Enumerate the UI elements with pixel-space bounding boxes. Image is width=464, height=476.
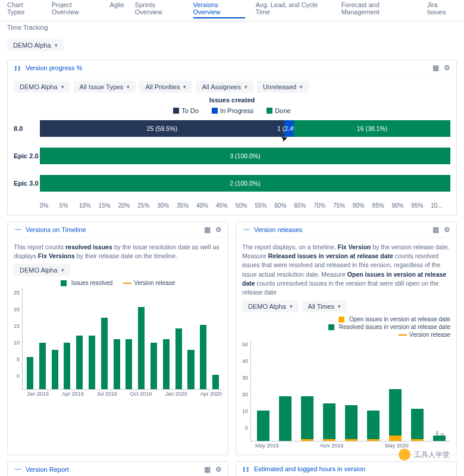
column [74, 336, 84, 389]
column [136, 307, 146, 389]
column [161, 339, 171, 389]
column: 7.0 [385, 389, 405, 441]
breadcrumb: Time Tracking [7, 24, 48, 31]
bar-category: Epic 2.0 [14, 152, 40, 159]
panel-title-label: Versions on Timeline [26, 226, 86, 233]
column: 2.0 [275, 396, 295, 441]
filter-pill[interactable]: All Issue Types [74, 81, 136, 93]
column: 6.0 [174, 328, 184, 389]
nav-tab[interactable]: Avg. Lead, and Cycle Time [256, 1, 331, 18]
bar-category: 8.0 [14, 125, 40, 132]
legend-label: Done [275, 107, 290, 114]
column: 5.0 [341, 405, 361, 441]
column: 8.0 [407, 409, 427, 441]
panel-description: The report displays, on a timeline, Fix … [242, 243, 450, 297]
panel-title-version-progress[interactable]: ⫿⫿ Version progress % [14, 64, 82, 71]
table-view-icon[interactable]: ▦ [432, 226, 439, 234]
panel-version-report: 〰 Version Report ▦ ⚙ Version report work… [7, 461, 228, 476]
nav-tab[interactable]: Jira Issues [427, 1, 457, 18]
column: 1.0 [62, 343, 72, 389]
line-chart-icon: 〰 [14, 466, 22, 473]
legend-swatch [212, 108, 218, 114]
chart-legend: Issues resolved Version release [14, 280, 222, 286]
column-chart: 2520151050 1.02.03.0, Epic 1.04.05.06.0E… [14, 289, 222, 390]
stacked-bar: 25 (59.5%)1 (2.4%)➤16 (38.1%) [40, 120, 450, 137]
project-filter[interactable]: DEMO Alpha [14, 264, 70, 276]
legend-swatch [328, 324, 334, 330]
panel-version-progress: ⫿⫿ Version progress % ▦ ⚙ DEMO AlphaAll … [7, 60, 457, 215]
line-chart-icon: 〰 [242, 226, 250, 233]
column [25, 357, 35, 389]
panel-title-releases[interactable]: 〰 Version releases [242, 226, 302, 233]
bar-segment: 25 (59.5%) [40, 120, 284, 137]
filter-row: DEMO AlphaAll Times [242, 300, 450, 312]
stacked-bar: 2 (100.0%) [40, 175, 450, 192]
filter-pill[interactable]: All Priorities [139, 81, 192, 93]
legend-swatch [61, 280, 67, 286]
nav-tab[interactable]: Agile [109, 1, 124, 18]
table-view-icon[interactable]: ▦ [432, 64, 439, 72]
top-nav: Chart TypesProject OverviewAgileSprints … [0, 0, 464, 21]
filter-pill[interactable]: All Assignees [196, 81, 253, 93]
table-view-icon[interactable]: ▦ [204, 226, 211, 234]
legend-label: To Do [181, 107, 199, 114]
bar-chart-icon: ⫿⫿ [14, 64, 22, 71]
x-axis: 0%5%10%15%20%25%30%35%40%45%50%55%60%65%… [40, 202, 450, 209]
legend-label: In Progress [220, 107, 253, 114]
column: 7.0 [198, 325, 208, 389]
legend-swatch [338, 317, 344, 322]
filter-pill[interactable]: DEMO Alpha [242, 300, 299, 312]
bar-chart-icon: ⫿⫿ [242, 465, 250, 472]
column: 4.0 [124, 339, 134, 389]
filter-pill[interactable]: Unreleased [257, 81, 309, 93]
panel-title-timeline[interactable]: 〰 Versions on Timeline [14, 226, 86, 233]
panel-title-label: Version Report [26, 466, 69, 473]
chart-legend: Open issues in version at release date R… [242, 316, 450, 338]
bar-segment: 1 (2.4%)➤ [284, 120, 294, 137]
filter-pill[interactable]: DEMO Alpha [14, 81, 70, 93]
panel-title-estimated-logged[interactable]: ⫿⫿ Estimated and logged hours in version [242, 465, 365, 472]
nav-tab[interactable]: Versions Overview [193, 1, 245, 18]
column [50, 350, 60, 389]
column: 6.0, Epic 2.0 [363, 411, 383, 441]
panel-title-version-report[interactable]: 〰 Version Report [14, 466, 69, 473]
panel-title-label: Version releases [254, 226, 302, 233]
nav-tab[interactable]: Forecast and Management [341, 1, 416, 18]
filter-pill[interactable]: All Times [302, 300, 347, 312]
column: 3.0, Epic 1.0 [99, 318, 109, 389]
column [112, 339, 122, 389]
legend-swatch [173, 108, 179, 114]
column-chart: 50403020100 1.02.03.0, Epic 1.04.05.06.0… [242, 340, 450, 441]
nav-tab[interactable]: Chart Types [7, 1, 41, 18]
panel-title-label: Version progress % [26, 64, 82, 71]
column: 2.0 [87, 336, 97, 389]
settings-icon[interactable]: ⚙ [444, 64, 450, 72]
bar-segment: 2 (100.0%) [40, 175, 450, 192]
settings-icon[interactable]: ⚙ [215, 226, 222, 234]
panel-version-releases: 〰 Version releases ▦ ⚙ The report displa… [236, 221, 457, 455]
column: 4.0 [319, 403, 339, 441]
column: 1.0 [253, 411, 273, 441]
cursor-icon: ➤ [279, 132, 289, 143]
column [37, 343, 48, 389]
table-view-icon[interactable]: ▦ [204, 465, 211, 474]
legend-swatch [267, 108, 272, 114]
nav-tab[interactable]: Sprints Overview [135, 1, 183, 18]
bar-segment: 16 (38.1%) [294, 120, 450, 137]
panel-versions-on-timeline: 〰 Versions on Timeline ▦ ⚙ This report c… [7, 221, 228, 455]
column: 5.0 [149, 343, 159, 389]
legend-line [399, 334, 407, 336]
stacked-bar-chart: 8.025 (59.5%)1 (2.4%)➤16 (38.1%)Epic 2.0… [14, 120, 450, 192]
legend-line [123, 283, 131, 284]
stacked-bar: 3 (100.0%) [40, 148, 450, 164]
project-selector[interactable]: DEMO Alpha [7, 39, 64, 51]
filter-row: DEMO AlphaAll Issue TypesAll PrioritiesA… [14, 81, 450, 93]
settings-icon[interactable]: ⚙ [215, 465, 222, 474]
nav-tab[interactable]: Project Overview [52, 1, 99, 18]
panel-description: This report counts resolved issues by th… [14, 243, 222, 261]
settings-icon[interactable]: ⚙ [444, 226, 450, 234]
line-chart-icon: 〰 [14, 226, 22, 233]
column: Epic 3.0 [429, 436, 449, 441]
bar-segment: 3 (100.0%) [40, 148, 450, 164]
column: Epic 2.0 [186, 350, 196, 389]
